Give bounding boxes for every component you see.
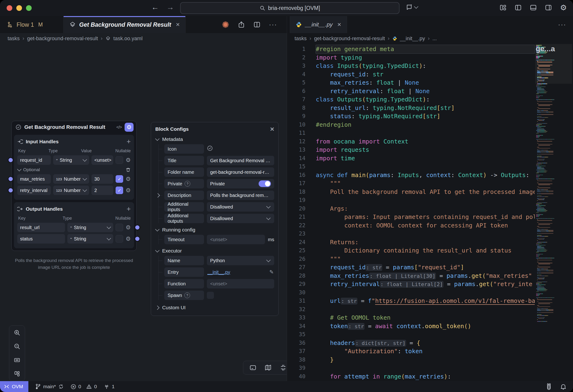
timeout-input[interactable]: <unset> (207, 235, 265, 244)
code-editor[interactable]: 1#region generated meta2import typing3cl… (287, 44, 573, 381)
remote-indicator[interactable]: OVM (0, 381, 28, 392)
tab-get-background-removal-result[interactable]: Get Background Removal Result × (63, 16, 186, 33)
key-field[interactable]: status (17, 234, 65, 244)
panel-left-icon[interactable] (515, 4, 522, 11)
code-line[interactable]: 22 context: OOMOL context for accessing … (287, 221, 535, 230)
panel-bottom-icon[interactable] (530, 4, 537, 11)
settings-gear-icon[interactable]: ⚙ (560, 4, 567, 11)
icon-preview[interactable] (207, 145, 213, 153)
code-icon[interactable]: </> (116, 125, 122, 130)
node-card[interactable]: Get Background Removal Result </> ⚙ Inpu… (11, 121, 137, 251)
forward-icon[interactable]: → (166, 3, 174, 12)
breadcrumb-item[interactable]: get-background-removal-result (314, 36, 385, 42)
maximize-window-button[interactable] (26, 5, 32, 11)
nullable-checkbox[interactable] (116, 156, 123, 164)
row-gear-icon[interactable]: ⚙ (125, 236, 131, 242)
value-field[interactable]: <unset> (91, 155, 113, 165)
breadcrumb-item[interactable]: tasks (8, 36, 20, 42)
code-line[interactable]: 5 max_retries: float | None (287, 78, 535, 87)
nullable-checkbox-checked[interactable]: ✓ (116, 187, 123, 194)
chat-toggle-button[interactable] (406, 3, 418, 11)
split-editor-icon[interactable] (253, 21, 261, 28)
code-line[interactable]: 39 (287, 364, 535, 372)
key-field[interactable]: result_url (17, 223, 65, 232)
run-sparkle-icon[interactable] (222, 21, 229, 28)
key-field[interactable]: retry_interval (17, 186, 51, 195)
ports-indicator[interactable]: 1 (104, 383, 115, 390)
code-line[interactable]: 14import time (287, 154, 535, 163)
nullable-checkbox[interactable] (116, 224, 123, 231)
input-handle-dot[interactable] (8, 176, 14, 182)
description-input[interactable]: Polls the background removal API ... (207, 191, 274, 200)
breadcrumb-item[interactable]: __init__.py (400, 36, 425, 42)
type-select[interactable]: 123 Number (53, 174, 89, 184)
code-line[interactable]: 9 status: typing.NotRequired[str] (287, 112, 535, 121)
add-output-button[interactable]: + (126, 205, 131, 213)
function-input[interactable]: <unset> (207, 279, 274, 288)
panel-right-icon[interactable] (545, 4, 552, 11)
private-toggle[interactable] (259, 180, 271, 187)
auto-layout-icon[interactable] (14, 371, 20, 377)
spawn-checkbox[interactable] (207, 292, 214, 299)
code-line[interactable]: 13import requests (287, 146, 535, 154)
optional-group-header[interactable]: Optional (18, 167, 131, 172)
code-line[interactable]: 8 result_url: typing.NotRequired[str] (287, 104, 535, 112)
edit-pencil-icon[interactable]: ✎ (269, 269, 274, 275)
layout-grid-icon[interactable] (500, 4, 507, 11)
code-line[interactable]: 33 # Get OOMOL token (287, 314, 535, 322)
code-line[interactable]: 32 (287, 305, 535, 314)
code-line[interactable]: 40 for attempt in range(max_retries): (287, 372, 535, 381)
nullable-checkbox[interactable] (116, 235, 123, 243)
section-running-config[interactable]: Running config (156, 227, 274, 233)
close-panel-icon[interactable]: × (270, 125, 274, 133)
notifications-bell-icon[interactable] (560, 383, 567, 390)
console-icon[interactable] (249, 364, 256, 371)
code-line[interactable]: 4 request_id: str (287, 70, 535, 79)
zoom-out-icon[interactable] (14, 343, 20, 350)
executor-name-select[interactable]: Python (207, 256, 274, 265)
minimize-window-button[interactable] (16, 5, 22, 11)
zoom-in-icon[interactable] (14, 329, 20, 336)
folder-input[interactable]: get-background-removal-result (207, 167, 274, 177)
code-line[interactable]: 16async def main(params: Inputs, context… (287, 171, 535, 179)
breadcrumb-item[interactable]: task.oo.yaml (113, 36, 143, 42)
back-icon[interactable]: ← (151, 3, 159, 12)
code-line[interactable]: 26 """ (287, 255, 535, 263)
key-field[interactable]: max_retries (17, 174, 51, 184)
code-line[interactable]: 31 url: str = f"https://fusion-api.oomol… (287, 297, 535, 305)
code-line[interactable]: 24 Returns: (287, 238, 535, 247)
tab-init-py[interactable]: __init__.py × (290, 16, 347, 33)
more-actions-icon[interactable]: ··· (269, 21, 277, 28)
code-line[interactable]: 21 params: Input parameters containing r… (287, 213, 535, 221)
code-line[interactable]: 10#endregion (287, 121, 535, 129)
chevron-right-icon[interactable] (156, 193, 160, 197)
close-tab-icon[interactable]: × (337, 21, 341, 28)
code-line[interactable]: 35 (287, 330, 535, 339)
share-icon[interactable] (238, 21, 245, 28)
code-line[interactable]: 38 } (287, 356, 535, 364)
output-handle-dot[interactable] (135, 236, 140, 242)
assistant-mascot-icon[interactable] (545, 383, 553, 390)
nullable-checkbox-checked[interactable]: ✓ (116, 175, 123, 183)
fit-view-icon[interactable] (14, 357, 20, 363)
code-line[interactable]: 18 Poll the background removal API to ge… (287, 188, 535, 196)
output-handle-dot[interactable] (135, 225, 140, 230)
row-gear-icon[interactable]: ⚙ (125, 176, 131, 182)
node-settings-button[interactable]: ⚙ (125, 123, 134, 132)
row-gear-icon[interactable]: ⚙ (125, 225, 131, 230)
code-line[interactable]: 30 (287, 288, 535, 297)
code-line[interactable]: 2import typing (287, 53, 535, 62)
section-metadata[interactable]: Metadata (156, 136, 274, 142)
value-field[interactable]: 2 (91, 186, 113, 195)
code-line[interactable]: 1#region generated meta (287, 45, 535, 53)
type-select[interactable]: “ String (53, 155, 89, 165)
input-handle-dot[interactable] (8, 157, 14, 163)
type-select[interactable]: “ String (67, 223, 113, 232)
code-line[interactable]: 17 """ (287, 179, 535, 188)
section-custom-ui[interactable]: Custom UI (156, 305, 274, 310)
code-line[interactable]: 34 token: str = await context.oomol_toke… (287, 322, 535, 331)
code-line[interactable]: 28 max_retries: float | Literal[30] = pa… (287, 272, 535, 280)
section-executor[interactable]: Executor (156, 248, 274, 254)
trash-icon[interactable] (125, 167, 131, 172)
close-window-button[interactable] (7, 5, 12, 11)
